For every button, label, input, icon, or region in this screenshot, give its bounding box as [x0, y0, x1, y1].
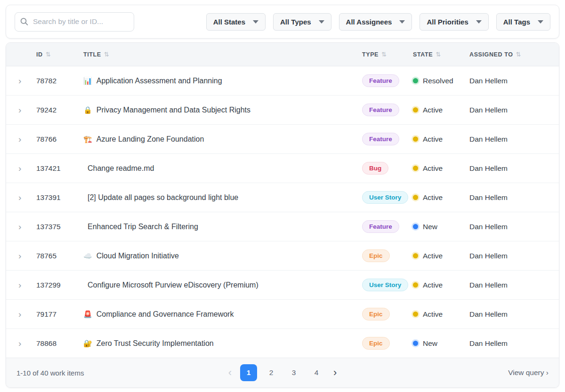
- work-item-state-cell: Resolved: [413, 77, 469, 85]
- work-item-emoji-icon: ☁️: [83, 252, 92, 260]
- column-header[interactable]: TYPE ⇅: [362, 51, 413, 58]
- filter-label: All Priorities: [427, 18, 468, 26]
- page-button[interactable]: 2: [263, 364, 280, 381]
- state-dot-icon: [413, 224, 418, 229]
- work-item-row[interactable]: › 137375 Enhanced Trip Search & Filterin…: [6, 212, 559, 241]
- work-item-emoji-icon: 🔒: [83, 106, 92, 114]
- filter-dropdown[interactable]: All Assignees: [339, 13, 412, 31]
- prev-page-button[interactable]: ‹: [226, 368, 234, 378]
- sort-icon[interactable]: ⇅: [436, 51, 441, 58]
- state-dot-icon: [413, 253, 418, 258]
- work-item-state-cell: Active: [413, 193, 469, 202]
- filter-label: All Assignees: [346, 18, 392, 26]
- expand-chevron-icon[interactable]: ›: [14, 76, 36, 85]
- page-button[interactable]: 3: [285, 364, 302, 381]
- assigned-to: Dan Hellem: [469, 164, 549, 173]
- expand-chevron-icon[interactable]: ›: [14, 164, 36, 173]
- work-item-title-cell: 🚨 Compliance and Governance Framework: [83, 310, 362, 319]
- state-dot-icon: [413, 341, 418, 346]
- sort-icon[interactable]: ⇅: [381, 51, 387, 58]
- state-dot-icon: [413, 136, 418, 142]
- work-item-title: Zero Trust Security Implementation: [97, 339, 214, 348]
- search-icon: [20, 18, 28, 26]
- work-item-row[interactable]: › 78782 📊 Application Assessment and Pla…: [6, 66, 559, 96]
- expand-chevron-icon[interactable]: ›: [14, 280, 36, 289]
- work-item-state-cell: Active: [413, 310, 469, 319]
- column-label: STATE: [413, 51, 433, 58]
- type-badge: Epic: [362, 308, 390, 320]
- state-dot-icon: [413, 78, 418, 83]
- expand-chevron-icon[interactable]: ›: [14, 222, 36, 231]
- work-item-title-cell: [2] Update all pages so background light…: [83, 193, 362, 202]
- work-item-row[interactable]: › 78766 🏗️ Azure Landing Zone Foundation…: [6, 125, 559, 154]
- view-query-link[interactable]: View query ›: [339, 368, 549, 377]
- chevron-down-icon: [399, 20, 405, 24]
- work-item-id: 79177: [36, 310, 83, 319]
- filter-bar: All States All Types All Assignees All P…: [206, 13, 550, 31]
- work-item-title-cell: Enhanced Trip Search & Filtering: [83, 223, 362, 231]
- page-buttons: 1 2 3 4: [240, 364, 325, 381]
- type-badge: User Story: [362, 191, 408, 204]
- assigned-to: Dan Hellem: [469, 252, 549, 260]
- state-label: Active: [423, 106, 443, 114]
- sort-icon[interactable]: ⇅: [516, 51, 522, 58]
- type-badge: Feature: [362, 74, 399, 87]
- column-header[interactable]: ID ⇅: [36, 51, 83, 58]
- work-item-title-cell: 📊 Application Assessment and Planning: [83, 77, 362, 85]
- work-item-type-cell: Feature: [362, 104, 413, 116]
- filter-label: All Tags: [503, 18, 530, 26]
- work-item-title: Privacy Management and Data Subject Righ…: [97, 106, 250, 114]
- expand-chevron-icon[interactable]: ›: [14, 339, 36, 348]
- work-item-row[interactable]: › 79177 🚨 Compliance and Governance Fram…: [6, 300, 559, 329]
- next-page-button[interactable]: ›: [331, 368, 339, 378]
- work-item-row[interactable]: › 137391 [2] Update all pages so backgro…: [6, 183, 559, 212]
- filter-label: All Types: [280, 18, 311, 26]
- work-item-title-cell: 🏗️ Azure Landing Zone Foundation: [83, 135, 362, 144]
- filter-dropdown[interactable]: All States: [206, 13, 266, 31]
- state-label: Active: [423, 252, 443, 260]
- filter-dropdown[interactable]: All Priorities: [420, 13, 488, 31]
- work-item-type-cell: Epic: [362, 249, 413, 262]
- work-item-title: Cloud Migration Initiative: [97, 252, 179, 260]
- search-input[interactable]: [15, 12, 134, 32]
- work-item-row[interactable]: › 78868 🔐 Zero Trust Security Implementa…: [6, 329, 559, 358]
- expand-chevron-icon[interactable]: ›: [14, 193, 36, 202]
- work-item-row[interactable]: › 137299 Configure Microsoft Purview eDi…: [6, 271, 559, 300]
- work-item-title: [2] Update all pages so background light…: [88, 193, 238, 202]
- work-item-row[interactable]: › 137421 Change readme.md Bug Active Dan…: [6, 154, 559, 183]
- column-header[interactable]: STATE ⇅: [413, 51, 469, 58]
- filter-dropdown[interactable]: All Tags: [496, 13, 550, 31]
- column-header[interactable]: ASSIGNED TO ⇅: [469, 51, 549, 58]
- work-item-row[interactable]: › 78765 ☁️ Cloud Migration Initiative Ep…: [6, 241, 559, 271]
- work-item-id: 78766: [36, 135, 83, 144]
- expand-chevron-icon[interactable]: ›: [14, 135, 36, 144]
- work-item-type-cell: Bug: [362, 162, 413, 175]
- page-button[interactable]: 4: [308, 364, 325, 381]
- work-item-row[interactable]: › 79242 🔒 Privacy Management and Data Su…: [6, 96, 559, 125]
- state-label: Active: [423, 193, 443, 202]
- work-item-type-cell: Epic: [362, 337, 413, 350]
- work-item-title-cell: 🔐 Zero Trust Security Implementation: [83, 339, 362, 348]
- work-item-title-cell: Change readme.md: [83, 164, 362, 173]
- sort-icon[interactable]: ⇅: [104, 51, 110, 58]
- sort-icon[interactable]: ⇅: [46, 51, 51, 58]
- page-button[interactable]: 1: [240, 364, 257, 381]
- expand-chevron-icon[interactable]: ›: [14, 251, 36, 260]
- work-item-id: 137375: [36, 223, 83, 231]
- state-dot-icon: [413, 312, 418, 317]
- expand-chevron-icon[interactable]: ›: [14, 310, 36, 319]
- expand-chevron-icon[interactable]: ›: [14, 105, 36, 114]
- assigned-to: Dan Hellem: [469, 310, 549, 319]
- type-badge: Feature: [362, 104, 399, 116]
- column-label: TITLE: [83, 51, 101, 58]
- filter-dropdown[interactable]: All Types: [273, 13, 331, 31]
- column-header[interactable]: TITLE ⇅: [83, 51, 362, 58]
- work-item-title-cell: Configure Microsoft Purview eDiscovery (…: [83, 281, 362, 289]
- work-item-title: Application Assessment and Planning: [97, 77, 222, 85]
- assigned-to: Dan Hellem: [469, 193, 549, 202]
- state-dot-icon: [413, 195, 418, 200]
- work-item-state-cell: Active: [413, 164, 469, 173]
- work-item-type-cell: User Story: [362, 279, 413, 291]
- work-item-id: 137421: [36, 164, 83, 173]
- chevron-down-icon: [319, 20, 324, 24]
